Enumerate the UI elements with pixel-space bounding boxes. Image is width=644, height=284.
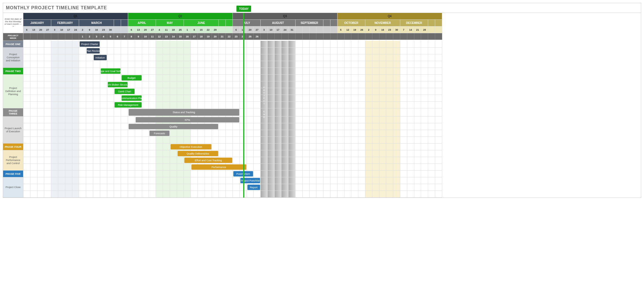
grid-cell: [170, 102, 177, 108]
grid-cell: [149, 68, 156, 75]
grid-cell: [128, 150, 135, 157]
grid-cell: [128, 177, 135, 184]
grid-cell: [414, 81, 421, 88]
grid-cell: [107, 137, 114, 144]
grid-cell: [345, 68, 352, 75]
grid-cell: [337, 102, 345, 108]
gantt-bar[interactable]: Communication Plan: [122, 95, 141, 101]
grid-cell: [135, 68, 142, 75]
grid-cell: [268, 61, 275, 68]
grid-cell: [226, 130, 233, 137]
grid-cell: [323, 75, 330, 81]
gantt-bar[interactable]: KPIs: [136, 117, 239, 122]
gantt-bar[interactable]: Gantt Chart: [115, 89, 134, 94]
gantt-bar[interactable]: Budget: [122, 75, 141, 80]
gantt-bar[interactable]: Effort and Cost Tracking: [184, 158, 232, 163]
grid-cell: [205, 177, 212, 184]
gantt-bar[interactable]: Performance: [191, 164, 246, 170]
grid-cell: [30, 123, 37, 130]
grid-cell: [44, 171, 51, 177]
grid-cell: [44, 130, 51, 137]
grid-cell: [337, 88, 345, 95]
day-header: 3: [51, 26, 58, 33]
grid-cell: [393, 54, 400, 61]
grid-cell: [281, 117, 289, 123]
grid-cell: [226, 48, 233, 54]
grid-cell: [135, 177, 142, 184]
grid-cell: [219, 191, 226, 198]
gantt-bar[interactable]: Quality: [129, 124, 218, 129]
grid-cell: [226, 75, 233, 81]
grid-cell: [51, 81, 58, 88]
grid-cell: [163, 61, 170, 68]
grid-cell: [345, 61, 352, 68]
grid-cell: [233, 61, 240, 68]
grid-cell: [219, 48, 226, 54]
grid-cell: [247, 157, 254, 164]
grid-cell: [100, 137, 107, 144]
month-header: OCTOBER: [337, 20, 365, 26]
grid-cell: [58, 68, 65, 75]
gantt-bar[interactable]: Scope and Goal Setting: [101, 68, 120, 74]
grid-cell: [316, 137, 323, 144]
gantt-bar[interactable]: Forecasts: [149, 131, 169, 136]
grid-cell: [386, 177, 393, 184]
grid-cell: [184, 75, 191, 81]
project-end-label: PROJECTEND: [261, 86, 268, 118]
grid-cell: [226, 68, 233, 75]
project-week-cell: [393, 33, 400, 40]
grid-cell: [254, 150, 261, 157]
gantt-bar[interactable]: Plan Review: [87, 48, 100, 53]
grid-cell: [156, 191, 163, 198]
grid-cell: [330, 81, 337, 88]
grid-cell: [365, 123, 372, 130]
gantt-bar[interactable]: Project Charter: [80, 41, 99, 47]
grid-cell: [337, 137, 345, 144]
grid-cell: [275, 184, 282, 191]
grid-cell: [275, 108, 282, 117]
grid-cell: [233, 137, 240, 144]
grid-cell: [407, 41, 414, 48]
grid-cell: [191, 130, 198, 137]
grid-cell: [254, 171, 261, 177]
project-week-cell: 25: [247, 33, 254, 40]
grid-cell: [268, 137, 275, 144]
grid-cell: [268, 164, 275, 171]
grid-cell: Forecasts: [149, 130, 156, 137]
gantt-bar[interactable]: Risk Management: [115, 102, 141, 108]
gantt-bar[interactable]: Quality Deliverables: [178, 151, 218, 156]
gantt-bar[interactable]: Work Bkdwn Structure: [108, 82, 128, 87]
grid-cell: [212, 184, 219, 191]
grid-cell: [407, 137, 414, 144]
grid-cell: [107, 157, 114, 164]
project-week-cell: [44, 33, 51, 40]
grid-cell: [219, 123, 226, 130]
grid-cell: [184, 68, 191, 75]
gantt-bar[interactable]: Report: [247, 185, 260, 190]
grid-cell: [414, 95, 421, 102]
grid-cell: [386, 68, 393, 75]
gantt-bar[interactable]: Status and Tracking: [129, 109, 239, 116]
grid-cell: [23, 102, 30, 108]
grid-cell: [65, 171, 72, 177]
grid-cell: [233, 191, 240, 198]
grid-cell: [65, 88, 72, 95]
grid-cell: [121, 150, 128, 157]
day-header: [310, 26, 317, 33]
gantt-bar[interactable]: Initiation: [94, 55, 107, 60]
grid-cell: [323, 48, 330, 54]
grid-cell: [289, 123, 296, 130]
grid-cell: [51, 123, 58, 130]
grid-cell: [184, 164, 191, 171]
day-header: [323, 26, 330, 33]
grid-cell: [44, 164, 51, 171]
month-header: NOVEMBER: [365, 20, 400, 26]
grid-cell: [107, 150, 114, 157]
grid-cell: [323, 88, 330, 95]
grid-cell: [345, 164, 352, 171]
grid-cell: [149, 61, 156, 68]
gantt-bar[interactable]: Objective Execution: [171, 144, 211, 149]
grid-cell: [428, 54, 435, 61]
grid-cell: [414, 184, 421, 191]
grid-cell: [247, 41, 254, 48]
